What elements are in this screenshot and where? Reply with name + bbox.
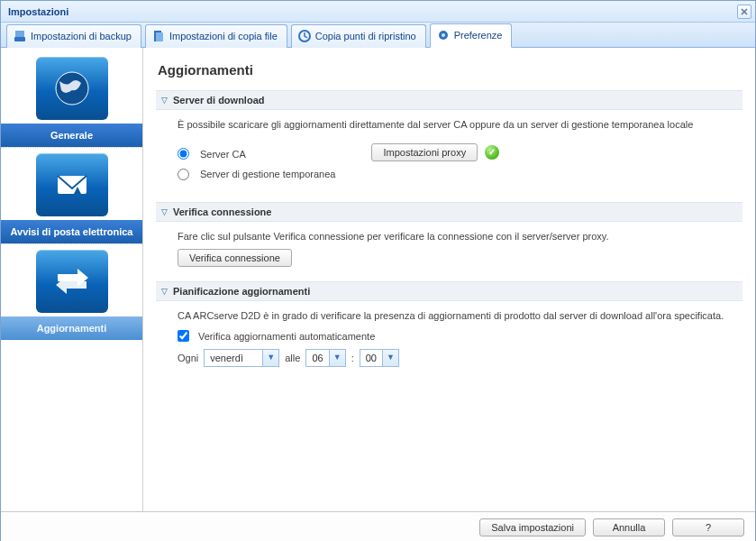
tab-label: Copia punti di ripristino <box>315 31 416 41</box>
content-pane: Aggiornamenti ▽ Server di download È pos… <box>143 48 755 511</box>
sidebar-item-updates[interactable]: Aggiornamenti <box>1 243 142 340</box>
cancel-button[interactable]: Annulla <box>593 518 665 536</box>
hour-select[interactable]: 06 ▼ <box>305 349 345 367</box>
proxy-settings-button[interactable]: Impostazioni proxy <box>371 143 478 161</box>
save-button[interactable]: Salva impostazioni <box>479 518 586 536</box>
chevron-down-icon[interactable]: ▼ <box>262 350 278 366</box>
sidebar-item-label: Avvisi di posta elettronica <box>1 220 142 243</box>
sidebar-item-email-alerts[interactable]: Avvisi di posta elettronica <box>1 147 142 243</box>
chevron-down-icon: ▽ <box>161 287 168 296</box>
checkbox-label: Verifica aggiornamenti automaticamente <box>198 329 375 344</box>
updates-icon <box>36 250 108 313</box>
section-description: CA ARCserve D2D è in grado di verificare… <box>178 308 735 324</box>
radio-server-staging[interactable] <box>178 169 189 180</box>
disk-icon <box>13 29 27 43</box>
svg-point-6 <box>442 33 445 37</box>
globe-icon <box>36 57 108 120</box>
window-title: Impostazioni <box>8 6 68 17</box>
section-description: È possibile scaricare gli aggiornamenti … <box>178 117 735 133</box>
sidebar: Generale Avvisi di posta elettronica Agg… <box>1 48 143 511</box>
svg-rect-0 <box>14 37 25 41</box>
day-select[interactable]: venerdì ▼ <box>204 349 279 367</box>
sidebar-item-general[interactable]: Generale <box>1 51 142 147</box>
radio-label: Server CA <box>200 147 246 162</box>
section-heading: Server di download <box>173 95 264 105</box>
close-button[interactable] <box>737 5 751 19</box>
status-ok-icon: ✓ <box>485 145 499 160</box>
help-button[interactable]: ? <box>672 518 744 536</box>
body: Generale Avvisi di posta elettronica Agg… <box>1 48 755 511</box>
section-test-body: Fare clic sul pulsante Verifica connessi… <box>156 222 742 279</box>
radio-server-ca[interactable] <box>178 148 189 160</box>
section-heading: Verifica connessione <box>173 206 271 217</box>
minute-select[interactable]: 00 ▼ <box>360 349 399 367</box>
tab-file-copy-settings[interactable]: Impostazioni di copia file <box>145 24 287 48</box>
section-test-header[interactable]: ▽ Verifica connessione <box>156 202 742 222</box>
section-schedule-body: CA ARCserve D2D è in grado di verificare… <box>156 301 742 378</box>
chevron-down-icon[interactable]: ▼ <box>382 350 398 366</box>
tab-label: Impostazioni di copia file <box>169 31 278 41</box>
tab-label: Impostazioni di backup <box>31 31 132 41</box>
auto-check-checkbox[interactable] <box>178 330 189 342</box>
svg-rect-3 <box>156 32 163 41</box>
titlebar: Impostazioni <box>1 1 755 23</box>
sidebar-item-label: Aggiornamenti <box>1 316 142 340</box>
radio-label: Server di gestione temporanea <box>200 167 335 182</box>
test-connection-button[interactable]: Verifica connessione <box>178 249 292 267</box>
section-heading: Pianificazione aggiornamenti <box>173 286 310 297</box>
page-title: Aggiornamenti <box>158 62 742 78</box>
select-value: 06 <box>306 351 328 366</box>
section-download-body: È possibile scaricare gli aggiornamenti … <box>156 110 742 198</box>
svg-rect-1 <box>15 31 24 37</box>
settings-window: Impostazioni Impostazioni di backup Impo… <box>0 0 756 541</box>
tabbar: Impostazioni di backup Impostazioni di c… <box>1 23 755 48</box>
tab-label: Preferenze <box>454 30 503 41</box>
sidebar-item-label: Generale <box>1 124 142 147</box>
restore-icon <box>297 29 312 43</box>
label-every: Ogni <box>178 351 198 366</box>
tab-backup-settings[interactable]: Impostazioni di backup <box>6 24 141 48</box>
gear-icon <box>436 28 451 42</box>
chevron-down-icon: ▽ <box>161 96 168 105</box>
chevron-down-icon: ▽ <box>161 207 168 216</box>
section-description: Fare clic sul pulsante Verifica connessi… <box>178 229 735 244</box>
footer: Salva impostazioni Annulla ? <box>1 511 755 541</box>
mail-alert-icon <box>36 153 108 216</box>
select-value: venerdì <box>205 351 262 366</box>
select-value: 00 <box>360 351 382 366</box>
file-icon <box>151 29 166 43</box>
tab-restore-points[interactable]: Copia punti di ripristino <box>291 24 426 48</box>
tab-preferences[interactable]: Preferenze <box>430 23 513 48</box>
close-icon <box>741 8 748 15</box>
chevron-down-icon[interactable]: ▼ <box>329 350 345 366</box>
section-download-header[interactable]: ▽ Server di download <box>156 90 742 110</box>
label-at: alle <box>285 351 300 366</box>
label-colon: : <box>351 351 354 366</box>
section-schedule-header[interactable]: ▽ Pianificazione aggiornamenti <box>156 281 742 301</box>
